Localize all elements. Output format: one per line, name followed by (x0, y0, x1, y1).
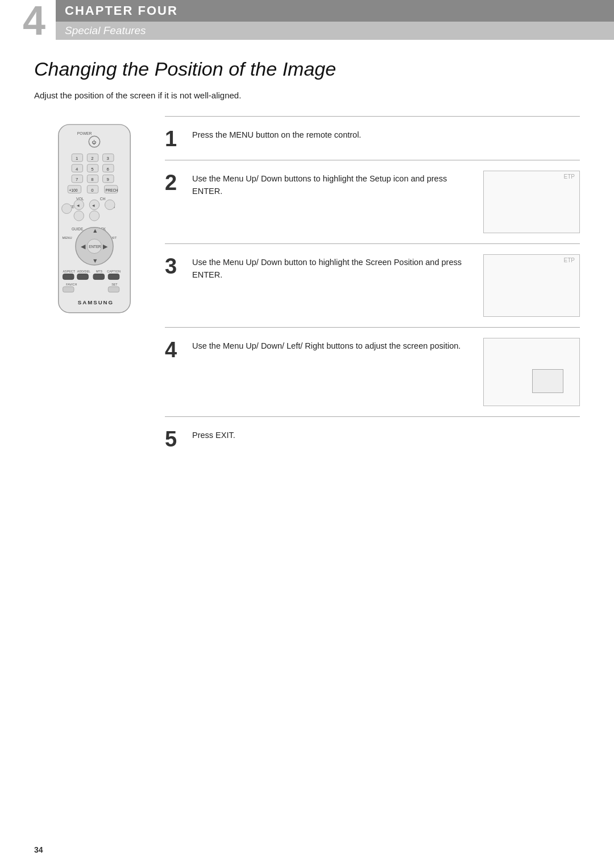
step-5-text: Press EXIT. (192, 427, 580, 442)
step-3-number: 3 (165, 254, 192, 277)
svg-text:ADD/DEL: ADD/DEL (77, 270, 90, 273)
remote-wrapper: POWER ⏻ 1 2 3 4 5 6 (34, 122, 154, 326)
svg-rect-57 (93, 274, 104, 280)
svg-text:0: 0 (91, 188, 94, 193)
step-2-screen: ETP (483, 171, 580, 233)
intro-text: Adjust the position of the screen if it … (34, 90, 580, 100)
step-4-screen-inner-rect (532, 369, 563, 393)
svg-text:5: 5 (91, 167, 93, 172)
step-3-row: 3 Use the Menu Up/ Down button to highli… (165, 243, 580, 327)
step-1-number: 1 (165, 127, 192, 150)
svg-text:3: 3 (106, 156, 109, 161)
svg-text:CAPTION: CAPTION (107, 270, 121, 273)
svg-text:⏻: ⏻ (92, 140, 97, 145)
chapter-number: 4 (0, 0, 56, 41)
step-4-row: 4 Use the Menu Up/ Down/ Left/ Right but… (165, 327, 580, 416)
chapter-subtitle: Special Features (56, 22, 614, 40)
svg-text:2: 2 (91, 156, 93, 161)
step-5-row: 5 Press EXIT. (165, 416, 580, 460)
svg-text:▼: ▼ (92, 257, 98, 264)
step-4-screen (483, 338, 580, 406)
svg-text:▶: ▶ (102, 243, 107, 250)
svg-text:MENU: MENU (62, 236, 72, 239)
svg-rect-58 (108, 274, 119, 280)
step-3-screen-label: ETP (564, 257, 575, 263)
main-content: Changing the Position of the Image Adjus… (0, 41, 614, 483)
svg-point-39 (89, 211, 99, 221)
svg-rect-56 (77, 274, 88, 280)
remote-control-image: POWER ⏻ 1 2 3 4 5 6 (42, 122, 147, 326)
svg-text:▲: ▲ (92, 227, 98, 234)
svg-text:MTS: MTS (96, 270, 102, 273)
step-1-row: 1 Press the MENU button on the remote co… (165, 116, 580, 160)
step-2-image-box: ETP (478, 171, 580, 233)
step-3-image-box: ETP (478, 254, 580, 317)
svg-text:8: 8 (91, 177, 93, 182)
page-title: Changing the Position of the Image (34, 58, 580, 80)
svg-text:CH: CH (99, 197, 105, 201)
svg-text:FAV/CH: FAV/CH (66, 283, 77, 286)
svg-text:◂: ◂ (92, 202, 95, 208)
svg-text:◀: ◀ (80, 243, 85, 250)
svg-text:POWER: POWER (77, 131, 92, 135)
svg-text:GUIDE: GUIDE (72, 227, 83, 231)
chapter-title-block: CHAPTER FOUR Special Features (56, 0, 614, 41)
svg-text:◂: ◂ (76, 202, 79, 208)
svg-text:PRECH: PRECH (105, 188, 118, 192)
svg-text:+100: +100 (69, 188, 78, 192)
step-2-number: 2 (165, 171, 192, 193)
svg-text:SET: SET (111, 283, 118, 286)
steps-outer: POWER ⏻ 1 2 3 4 5 6 (34, 116, 580, 460)
svg-point-38 (73, 211, 84, 221)
step-2-screen-label: ETP (564, 173, 575, 180)
step-1-text: Press the MENU button on the remote cont… (192, 127, 580, 142)
svg-point-36 (105, 200, 115, 210)
step-2-row: 2 Use the Menu Up/ Down buttons to highl… (165, 160, 580, 243)
svg-text:SAMSUNG: SAMSUNG (77, 299, 113, 305)
step-2-text: Use the Menu Up/ Down buttons to highlig… (192, 171, 478, 198)
chapter-title: CHAPTER FOUR (56, 0, 614, 22)
step-3-text: Use the Menu Up/ Down button to highligh… (192, 254, 478, 282)
page-number: 34 (34, 845, 43, 854)
steps-column: 1 Press the MENU button on the remote co… (165, 116, 580, 460)
svg-text:4: 4 (75, 167, 78, 172)
svg-rect-55 (63, 274, 73, 280)
remote-column: POWER ⏻ 1 2 3 4 5 6 (34, 116, 154, 460)
svg-point-37 (61, 204, 72, 214)
svg-text:7: 7 (75, 177, 77, 182)
svg-text:ENTER: ENTER (89, 245, 101, 249)
chapter-header: 4 CHAPTER FOUR Special Features (0, 0, 614, 41)
step-3-screen: ETP (483, 254, 580, 317)
svg-rect-62 (108, 287, 119, 292)
svg-text:1: 1 (75, 156, 77, 161)
svg-text:ASPECT: ASPECT (63, 270, 75, 273)
step-4-text: Use the Menu Up/ Down/ Left/ Right butto… (192, 338, 478, 353)
svg-text:6: 6 (106, 167, 109, 172)
svg-rect-61 (63, 287, 73, 292)
step-5-number: 5 (165, 427, 192, 450)
step-4-image-box (478, 338, 580, 406)
step-4-number: 4 (165, 338, 192, 361)
svg-text:9: 9 (106, 177, 109, 182)
